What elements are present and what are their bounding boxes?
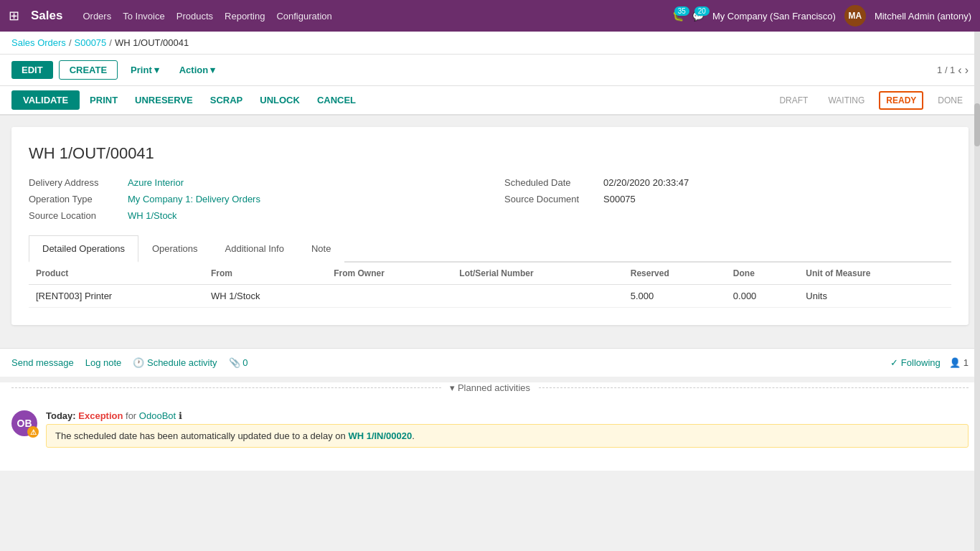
row-done: 0.000 — [726, 285, 799, 308]
pagination: 1 / 1 ‹ › — [937, 64, 969, 77]
status-waiting[interactable]: WAITING — [822, 93, 870, 108]
action-label: Action — [179, 65, 208, 75]
edit-button[interactable]: EDIT — [11, 61, 53, 79]
avatar[interactable]: MA — [844, 5, 866, 27]
tab-note[interactable]: Note — [298, 235, 344, 263]
row-from: WH 1/Stock — [204, 285, 326, 308]
message-body: The scheduled date has been automaticall… — [46, 424, 969, 448]
status-draft[interactable]: DRAFT — [773, 93, 814, 108]
breadcrumb-s00075[interactable]: S00075 — [75, 37, 107, 48]
table-row[interactable]: [RENT003] Printer WH 1/Stock 5.000 0.000… — [29, 285, 951, 308]
scheduled-date-value: 02/20/2020 20:33:47 — [603, 177, 689, 188]
breadcrumb-sales-orders[interactable]: Sales Orders — [11, 37, 66, 48]
row-product: [RENT003] Printer — [29, 285, 204, 308]
action-dropdown-icon: ▾ — [210, 65, 215, 75]
schedule-activity-button[interactable]: 🕐 Schedule activity — [133, 357, 217, 368]
following-button[interactable]: ✓ Following — [890, 357, 941, 368]
info-icon: ℹ — [179, 410, 182, 421]
nav-orders[interactable]: Orders — [83, 11, 111, 22]
print-label: Print — [131, 65, 152, 75]
operation-type-value[interactable]: My Company 1: Delivery Orders — [128, 194, 260, 204]
company-selector[interactable]: My Company (San Francisco) — [712, 11, 836, 22]
action-button[interactable]: Action ▾ — [172, 61, 222, 79]
chat-icon-badge[interactable]: 💬 20 — [692, 11, 704, 22]
tab-detailed-operations[interactable]: Detailed Operations — [29, 235, 138, 263]
follower-count[interactable]: 👤 1 — [949, 357, 969, 368]
activities-divider: ▾ Planned activities — [0, 382, 980, 393]
print-action-button[interactable]: PRINT — [83, 90, 125, 110]
print-button[interactable]: Print ▾ — [123, 61, 166, 79]
row-uom: Units — [798, 285, 951, 308]
validate-button[interactable]: VALIDATE — [11, 90, 80, 110]
col-from: From — [204, 263, 326, 285]
status-done[interactable]: DONE — [932, 93, 969, 108]
message-today: Today: — [46, 410, 76, 421]
prev-button[interactable]: ‹ — [958, 64, 961, 77]
message-link[interactable]: WH 1/IN/00020 — [348, 430, 412, 441]
check-icon: ✓ — [890, 357, 898, 368]
message-bot: OdooBot — [139, 410, 176, 421]
pagination-text: 1 / 1 — [937, 65, 955, 75]
app-grid-icon[interactable]: ⊞ — [9, 8, 19, 24]
send-message-button[interactable]: Send message — [11, 357, 74, 368]
triangle-icon: ▾ — [450, 382, 455, 393]
nav-configuration[interactable]: Configuration — [276, 11, 331, 22]
field-delivery-address: Delivery Address Azure Interior — [29, 177, 476, 188]
app-name: Sales — [31, 9, 62, 23]
status-ready[interactable]: READY — [879, 91, 923, 110]
nav-products[interactable]: Products — [176, 11, 213, 22]
activities-label[interactable]: ▾ Planned activities — [441, 382, 539, 393]
action-bar: EDIT CREATE Print ▾ Action ▾ 1 / 1 ‹ › — [0, 55, 980, 86]
activities-section: ▾ Planned activities OB ⚠ Today: Excepti… — [0, 382, 980, 471]
row-from-owner — [326, 285, 452, 308]
top-navigation: ⊞ Sales Orders To Invoice Products Repor… — [0, 0, 980, 32]
divider-right — [539, 387, 969, 388]
col-lot-serial: Lot/Serial Number — [452, 263, 623, 285]
field-operation-type: Operation Type My Company 1: Delivery Or… — [29, 194, 476, 204]
row-lot-serial — [452, 285, 623, 308]
breadcrumb-current: WH 1/OUT/00041 — [115, 37, 189, 48]
source-document-label: Source Document — [504, 194, 598, 204]
field-scheduled-date: Scheduled Date 02/20/2020 20:33:47 — [504, 177, 951, 188]
scheduled-date-label: Scheduled Date — [504, 177, 598, 188]
nav-reporting[interactable]: Reporting — [225, 11, 265, 22]
fields-grid: Delivery Address Azure Interior Schedule… — [29, 177, 951, 221]
source-document-value: S00075 — [603, 194, 636, 204]
tabs: Detailed Operations Operations Additiona… — [29, 235, 951, 263]
tab-additional-info[interactable]: Additional Info — [212, 235, 298, 263]
person-icon: 👤 — [949, 357, 961, 368]
nav-to-invoice[interactable]: To Invoice — [123, 11, 165, 22]
divider-left — [11, 387, 441, 388]
user-menu[interactable]: Mitchell Admin (antony) — [875, 11, 971, 22]
document-title: WH 1/OUT/00041 — [29, 144, 951, 163]
source-location-value[interactable]: WH 1/Stock — [128, 210, 177, 221]
nav-right: 🐛 35 💬 20 My Company (San Francisco) MA … — [672, 5, 971, 27]
unlock-button[interactable]: UNLOCK — [253, 90, 307, 110]
scrap-button[interactable]: SCRAP — [203, 90, 250, 110]
bottom-bar: Send message Log note 🕐 Schedule activit… — [0, 348, 980, 377]
next-button[interactable]: › — [965, 64, 969, 77]
unreserve-button[interactable]: UNRESERVE — [128, 90, 200, 110]
log-note-button[interactable]: Log note — [85, 357, 122, 368]
main-content: WH 1/OUT/00041 Delivery Address Azure In… — [0, 116, 980, 348]
col-product: Product — [29, 263, 204, 285]
message-body-text: The scheduled date has been automaticall… — [55, 430, 346, 441]
col-from-owner: From Owner — [326, 263, 452, 285]
attachments-button[interactable]: 📎 0 — [229, 357, 248, 368]
clock-icon: 🕐 — [133, 357, 144, 368]
scrollbar-thumb[interactable] — [974, 103, 980, 146]
message-content: Today: Exception for OdooBot ℹ The sched… — [46, 410, 969, 448]
field-source-location: Source Location WH 1/Stock — [29, 210, 476, 221]
scrollbar[interactable] — [974, 32, 980, 471]
operations-table: Product From From Owner Lot/Serial Numbe… — [29, 263, 951, 308]
cancel-button[interactable]: CANCEL — [310, 90, 363, 110]
warning-badge: ⚠ — [27, 426, 39, 438]
bug-icon-badge[interactable]: 🐛 35 — [672, 11, 684, 22]
delivery-address-label: Delivery Address — [29, 177, 122, 188]
tab-operations[interactable]: Operations — [138, 235, 212, 263]
col-done: Done — [726, 263, 799, 285]
document-card: WH 1/OUT/00041 Delivery Address Azure In… — [11, 127, 969, 325]
create-button[interactable]: CREATE — [59, 60, 118, 80]
bug-badge: 35 — [674, 6, 689, 16]
delivery-address-value[interactable]: Azure Interior — [128, 177, 184, 188]
